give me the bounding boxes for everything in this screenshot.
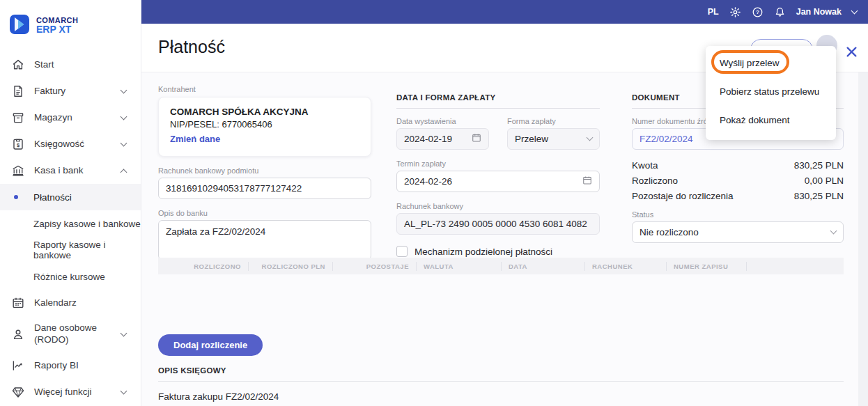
status-value: Nie rozliczono: [640, 227, 831, 237]
sidebar-nav: Start Faktury Magazyn $ Księgowość Kasa …: [0, 42, 141, 405]
amount-row: Kwota 830,25 PLN: [632, 157, 844, 173]
chevron-down-icon: [121, 388, 127, 395]
add-settlement-button[interactable]: Dodaj rozliczenie: [158, 334, 263, 356]
issue-date-value: 2024-02-19: [404, 134, 472, 144]
close-icon[interactable]: [846, 46, 858, 58]
amount-value: 830,25 PLN: [794, 160, 844, 171]
sidebar-subitem-label: Raporty kasowe i bankowe: [33, 240, 141, 260]
sidebar-item-start[interactable]: Start: [0, 52, 141, 78]
topbar: PL ? Jan Nowak: [141, 0, 868, 24]
remaining-label: Pozostaje do rozliczenia: [632, 191, 734, 201]
sidebar-item-label: Faktury: [34, 86, 112, 97]
split-payment-label: Mechanizm podzielonej płatności: [414, 247, 552, 257]
chevron-down-icon: [121, 114, 127, 120]
contractor-column: Kontrahent COMARCH SPÓŁKA AKCYJNA NIP/PE…: [158, 85, 371, 260]
column-header: RACHUNEK: [585, 262, 667, 271]
menu-item-get-transfer-status[interactable]: Pobierz status przelewu: [706, 77, 836, 106]
sidebar-item-label: Raporty BI: [34, 360, 112, 372]
column-header: ROZLICZONO: [158, 262, 249, 271]
user-menu[interactable]: Jan Nowak: [796, 7, 842, 17]
brand-text: COMARCH ERP XT: [36, 17, 78, 35]
language-selector[interactable]: PL: [708, 7, 719, 17]
status-select[interactable]: Nie rozliczono: [632, 221, 844, 243]
gear-icon[interactable]: [729, 6, 741, 18]
calendar-icon: [472, 133, 481, 145]
chevron-up-icon: [121, 169, 127, 175]
bank-account-input: AL_PL-73 2490 0005 0000 4530 6081 4082: [396, 213, 600, 235]
sidebar-subitem-label: Różnice kursowe: [33, 272, 105, 282]
sidebar-item-raporty-kasowe[interactable]: Raporty kasowe i bankowe: [0, 237, 141, 263]
sidebar-item-faktury[interactable]: Faktury: [0, 78, 141, 104]
payment-form-label: Forma zapłaty: [507, 117, 600, 125]
bank-icon: [11, 164, 25, 178]
active-dot: [14, 195, 18, 199]
bell-icon[interactable]: [774, 6, 786, 18]
home-icon: [11, 58, 25, 72]
remaining-row: Pozostaje do rozliczenia 830,25 PLN: [632, 188, 844, 203]
split-payment-checkbox[interactable]: [396, 246, 408, 257]
menu-item-show-document[interactable]: Pokaż dokument: [706, 106, 836, 134]
chevron-down-icon: [121, 330, 127, 337]
sidebar-item-roznice-kursowe[interactable]: Różnice kursowe: [0, 263, 141, 290]
sidebar-item-label: Dane osobowe (RODO): [34, 322, 112, 346]
chart-icon: [11, 359, 25, 373]
sidebar-subitem-label: Zapisy kasowe i bankowe: [33, 219, 141, 229]
settled-label: Rozliczono: [632, 175, 678, 186]
issue-date-label: Data wystawienia: [396, 117, 489, 125]
entity-account-input[interactable]: 31816910294053178777127422: [158, 178, 371, 199]
bank-note-input[interactable]: Zapłata za FZ2/02/2024: [158, 220, 371, 260]
bank-note-value: Zapłata za FZ2/02/2024: [166, 226, 265, 237]
issue-date-input: 2024-02-19: [396, 128, 489, 150]
brand-logo[interactable]: COMARCH ERP XT: [0, 0, 141, 42]
column-header: DATA: [502, 262, 585, 271]
sidebar-item-label: Kalendarz: [34, 297, 112, 309]
sidebar-item-platnosci[interactable]: Płatności: [0, 184, 141, 210]
help-icon[interactable]: ?: [752, 6, 764, 18]
sidebar-item-dane-osobowe[interactable]: Dane osobowe (RODO): [0, 316, 141, 352]
transfer-context-menu: Wyślij przelew Pobierz status przelewu P…: [706, 46, 836, 140]
sidebar-item-kasa-i-bank[interactable]: Kasa i bank: [0, 157, 141, 184]
svg-text:?: ?: [756, 9, 759, 15]
amount-label: Kwota: [632, 160, 658, 171]
sidebar-item-zapisy-kasowe[interactable]: Zapisy kasowe i bankowe: [0, 210, 141, 237]
sidebar-subitem-label: Płatności: [33, 192, 72, 203]
entity-account-value: 31816910294053178777127422: [166, 183, 364, 194]
sidebar-item-raporty-bi[interactable]: Raporty BI: [0, 352, 141, 379]
bank-account-label: Rachunek bankowy: [396, 202, 600, 210]
bank-note-label: Opis do banku: [158, 209, 371, 217]
ledger-description: Faktura zakupu FZ2/02/2024: [158, 391, 279, 402]
chevron-down-icon[interactable]: [851, 8, 858, 15]
sidebar-item-label: Magazyn: [34, 112, 112, 124]
chevron-down-icon: [587, 134, 594, 141]
sidebar-item-label: Kasa i bank: [34, 165, 112, 177]
diamond-icon: [11, 385, 25, 399]
person-icon: [11, 327, 25, 341]
sidebar-item-magazyn[interactable]: Magazyn: [0, 104, 141, 131]
ledger-section-title: OPIS KSIĘGOWY: [158, 366, 844, 382]
change-data-link[interactable]: Zmień dane: [170, 134, 359, 144]
chevron-down-icon: [121, 140, 127, 147]
payment-column: DATA I FORMA ZAPŁATY Data wystawienia 20…: [396, 85, 600, 257]
sidebar-item-label: Księgowość: [34, 139, 112, 150]
comarch-logo-icon: [10, 15, 31, 37]
sidebar-item-ksiegowosc[interactable]: $ Księgowość: [0, 131, 141, 157]
contractor-name: COMARCH SPÓŁKA AKCYJNA: [170, 107, 359, 117]
page-title: Płatność: [158, 37, 225, 57]
due-date-value: 2024-02-26: [404, 176, 582, 187]
sidebar-item-wiecej-funkcji[interactable]: Więcej funkcji: [0, 379, 141, 405]
remaining-value: 830,25 PLN: [794, 191, 844, 201]
contractor-label: Kontrahent: [158, 85, 371, 93]
sidebar-item-kalendarz[interactable]: Kalendarz: [0, 290, 141, 316]
sidebar: COMARCH ERP XT Start Faktury Magazyn $ K: [0, 0, 141, 406]
payment-form-value: Przelew: [515, 134, 587, 144]
column-header: WALUTA: [417, 262, 502, 271]
sidebar-item-label: Start: [34, 59, 112, 71]
due-date-input[interactable]: 2024-02-26: [396, 171, 600, 192]
menu-item-send-transfer[interactable]: Wyślij przelew: [706, 49, 836, 77]
chevron-down-icon: [830, 228, 837, 235]
column-header-empty: [747, 262, 844, 271]
calendar-icon[interactable]: [582, 175, 592, 187]
settled-value: 0,00 PLN: [805, 175, 844, 186]
invoice-icon: [11, 84, 25, 98]
status-label: Status: [632, 210, 844, 219]
